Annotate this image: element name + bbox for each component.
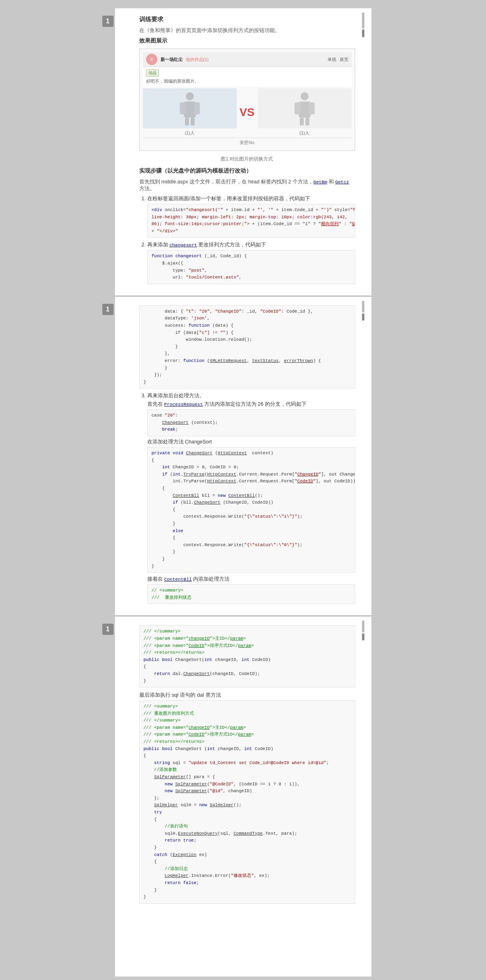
impl-heading: 实现步骤（以光盘中的源码为模板进行改动） <box>139 167 355 175</box>
scroll-indicator-1[interactable] <box>360 12 366 37</box>
dal-code: /// <summary> /// 重改图片的排列方式 /// </summar… <box>139 700 355 904</box>
step-3-desc: 再来添加后台处理方法。 <box>147 392 355 399</box>
steps-list-cont: 再来添加后台处理方法。 首先在 ProcessRequest 方法内添加定位方法… <box>139 392 355 604</box>
item-tag: 佳品 <box>146 69 159 77</box>
svg-rect-2 <box>180 102 186 114</box>
chat-actions: 单视 展宽 <box>327 57 348 63</box>
step-2: 再来添加 changesort 更改排列方式方法，代码如下 function c… <box>147 242 355 284</box>
page-container: 1 训练要求 在《鱼和熊掌》的首页页面中添加切换排列方式的按钮功能。 效果图展示… <box>115 8 372 977</box>
contentbll-comment: // <summary> /// 重改排列状态 <box>147 584 355 604</box>
svg-point-0 <box>186 92 194 100</box>
action-wide[interactable]: 展宽 <box>340 57 348 63</box>
svg-rect-9 <box>309 102 315 114</box>
chat-message: 好吧不，我编的第张图片。 <box>146 78 348 84</box>
svg-rect-8 <box>295 102 301 114</box>
scroll-indicator-3[interactable] <box>360 620 366 640</box>
section-3: 1 /// </summary> /// <param name="change… <box>115 616 372 977</box>
vs-img-left <box>143 88 237 128</box>
svg-rect-4 <box>185 118 189 126</box>
impl-intro: 首先找到 middle.aspx 这个文件，双击打开，在 head 标签内找到 … <box>139 179 355 192</box>
action-single[interactable]: 单视 <box>327 57 336 63</box>
step-1-desc: 在粉标签返回画面/添加一个标签，用来改置排列按钮的容器，代码如下 <box>147 195 355 202</box>
page-title: 训练要求 <box>139 16 355 23</box>
case-code: case "26": ChangeSort (context); break; <box>147 409 355 436</box>
vs-card-right: (1)人 <box>258 88 352 136</box>
step-3-method-intro: 在添加处理方法 ChangeSort <box>147 439 355 445</box>
step-3-sub: 首先在 ProcessRequest 方法内添加定位方法为 26 的分支，代码如… <box>147 401 355 408</box>
step-1: 在粉标签返回画面/添加一个标签，用来改置排列按钮的容器，代码如下 <div on… <box>147 195 355 238</box>
contentbll-ref: ContentBll <box>164 577 192 582</box>
processrequest-ref: ProcessRequest <box>164 402 203 407</box>
figure-container: 尘 新一场红尘 他的作品(1) 单视 展宽 佳品 好吧不，我编的第张图片。 <box>139 49 355 151</box>
private-method-code: private void ChangeSort (HttpContext con… <box>147 447 355 573</box>
section-2: 1 data: { "t": "26", "ChangeID": _id, "C… <box>115 296 372 616</box>
avatar: 尘 <box>146 54 157 65</box>
step-1-code: <div onclick="changesort('" + item.id + … <box>147 204 355 238</box>
step-2-desc: 再来添加 changesort 更改排列方式方法，代码如下 <box>147 242 355 248</box>
steps-list: 在粉标签返回画面/添加一个标签，用来改置排列按钮的容器，代码如下 <div on… <box>139 195 355 284</box>
vs-card-left: (1)人 <box>143 88 237 136</box>
svg-rect-5 <box>191 118 195 126</box>
page-badge-1: 1 <box>102 16 114 27</box>
vs-count-left: (1)人 <box>143 130 237 136</box>
svg-rect-11 <box>305 118 309 126</box>
page-badge-3: 1 <box>102 624 114 635</box>
getcz-ref: Getcz <box>335 179 349 185</box>
page-badge-2: 1 <box>102 304 114 315</box>
svg-rect-10 <box>300 118 304 126</box>
section3-contentbll-code: /// </summary> /// <param name="changeID… <box>139 625 355 687</box>
vs-area: (1)人 VS (1)人 <box>143 87 352 138</box>
chat-header: 尘 新一场红尘 他的作品(1) 单视 展宽 <box>143 52 352 67</box>
chat-tag: 他的作品(1) <box>186 57 209 63</box>
page-intro: 在《鱼和熊掌》的首页页面中添加切换排列方式的按钮功能。 <box>139 27 355 34</box>
step-3: 再来添加后台处理方法。 首先在 ProcessRequest 方法内添加定位方法… <box>147 392 355 604</box>
changesort-ref: changesort <box>169 242 197 248</box>
getbm-ref: GetBm <box>313 179 327 185</box>
section-1: 1 训练要求 在《鱼和熊掌》的首页页面中添加切换排列方式的按钮功能。 效果图展示… <box>115 8 372 296</box>
chat-body: 佳品 好吧不，我编的第张图片。 <box>143 67 352 87</box>
figure-caption: 图1 对比图片的切换方式 <box>139 156 355 163</box>
svg-rect-3 <box>194 102 200 114</box>
vs-divider: VS <box>239 88 255 136</box>
vs-count-right: (1)人 <box>258 130 352 136</box>
ajax-data-code: data: { "t": "26", "ChangeID": _id, "Cod… <box>139 305 355 389</box>
vs-img-right <box>258 88 352 128</box>
step-2-code: function changesort (_id, Code_id) { $.a… <box>147 250 355 284</box>
chat-name: 新一场红尘 <box>161 57 183 63</box>
figure-bottom: 美壁No <box>143 138 352 147</box>
dal-intro: 最后添加执行 sql 语句的 dal 类方法 <box>139 691 355 699</box>
effect-heading: 效果图展示 <box>139 37 355 45</box>
step-3-contentbll-intro: 接着在 ContentBll 内添加处理方法 <box>147 576 355 583</box>
scroll-indicator-2[interactable] <box>360 301 366 321</box>
svg-point-6 <box>301 92 309 100</box>
